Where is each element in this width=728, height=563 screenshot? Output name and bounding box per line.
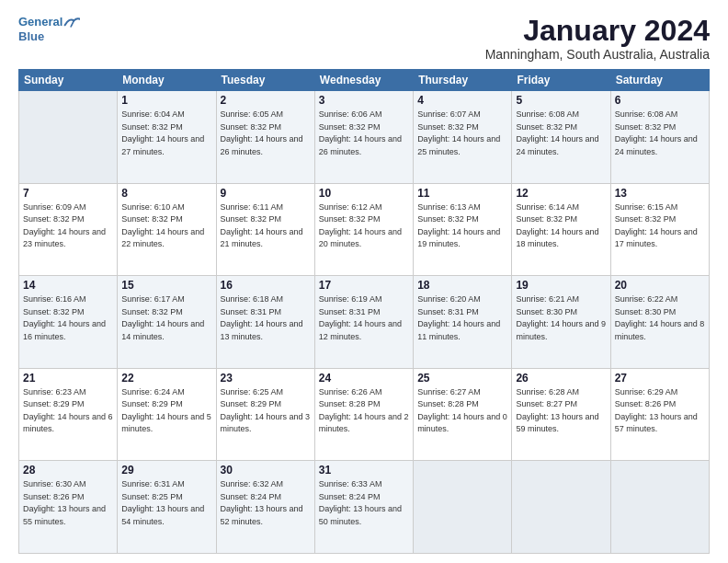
cell-info: Sunrise: 6:09 AMSunset: 8:32 PMDaylight:… <box>23 202 106 249</box>
day-number: 17 <box>319 279 409 292</box>
cell-1-7: 6 Sunrise: 6:08 AMSunset: 8:32 PMDayligh… <box>610 91 709 184</box>
day-number: 28 <box>23 464 113 477</box>
cell-3-7: 20 Sunrise: 6:22 AMSunset: 8:30 PMDaylig… <box>610 276 709 369</box>
cell-4-6: 26 Sunrise: 6:28 AMSunset: 8:27 PMDaylig… <box>512 368 610 461</box>
day-number: 9 <box>221 187 311 200</box>
day-number: 7 <box>23 187 113 200</box>
day-number: 3 <box>319 94 409 107</box>
cell-1-3: 2 Sunrise: 6:05 AMSunset: 8:32 PMDayligh… <box>216 91 314 184</box>
cell-info: Sunrise: 6:26 AMSunset: 8:28 PMDaylight:… <box>319 387 409 434</box>
cell-5-6 <box>512 461 610 554</box>
cell-info: Sunrise: 6:11 AMSunset: 8:32 PMDaylight:… <box>221 202 303 249</box>
header-wednesday: Wednesday <box>314 70 413 91</box>
cell-info: Sunrise: 6:16 AMSunset: 8:32 PMDaylight:… <box>23 294 106 341</box>
logo-text-line2: Blue <box>18 29 80 44</box>
cell-info: Sunrise: 6:20 AMSunset: 8:31 PMDaylight:… <box>417 294 500 341</box>
day-number: 18 <box>417 279 507 292</box>
header: General Blue January 2024 Manningham, So… <box>18 15 710 62</box>
day-number: 27 <box>615 372 705 385</box>
cell-5-5 <box>414 461 512 554</box>
day-number: 23 <box>221 372 311 385</box>
page: General Blue January 2024 Manningham, So… <box>0 0 728 563</box>
cell-info: Sunrise: 6:30 AMSunset: 8:26 PMDaylight:… <box>23 479 106 526</box>
cell-info: Sunrise: 6:24 AMSunset: 8:29 PMDaylight:… <box>121 387 211 434</box>
cell-info: Sunrise: 6:19 AMSunset: 8:31 PMDaylight:… <box>319 294 402 341</box>
cell-info: Sunrise: 6:22 AMSunset: 8:30 PMDaylight:… <box>615 294 705 341</box>
cell-2-7: 13 Sunrise: 6:15 AMSunset: 8:32 PMDaylig… <box>610 183 709 276</box>
cell-4-2: 22 Sunrise: 6:24 AMSunset: 8:29 PMDaylig… <box>118 368 216 461</box>
cell-info: Sunrise: 6:08 AMSunset: 8:32 PMDaylight:… <box>516 109 598 156</box>
day-number: 5 <box>516 94 606 107</box>
calendar-table: Sunday Monday Tuesday Wednesday Thursday… <box>18 69 710 554</box>
cell-5-3: 30 Sunrise: 6:32 AMSunset: 8:24 PMDaylig… <box>216 461 314 554</box>
cell-4-4: 24 Sunrise: 6:26 AMSunset: 8:28 PMDaylig… <box>314 368 413 461</box>
cell-info: Sunrise: 6:18 AMSunset: 8:31 PMDaylight:… <box>221 294 303 341</box>
cell-1-2: 1 Sunrise: 6:04 AMSunset: 8:32 PMDayligh… <box>118 91 216 184</box>
cell-4-3: 23 Sunrise: 6:25 AMSunset: 8:29 PMDaylig… <box>216 368 314 461</box>
cell-info: Sunrise: 6:21 AMSunset: 8:30 PMDaylight:… <box>516 294 606 341</box>
week-row-5: 28 Sunrise: 6:30 AMSunset: 8:26 PMDaylig… <box>19 461 710 554</box>
cell-info: Sunrise: 6:07 AMSunset: 8:32 PMDaylight:… <box>417 109 500 156</box>
cell-info: Sunrise: 6:15 AMSunset: 8:32 PMDaylight:… <box>615 202 698 249</box>
cell-info: Sunrise: 6:29 AMSunset: 8:26 PMDaylight:… <box>615 387 698 434</box>
cell-info: Sunrise: 6:31 AMSunset: 8:25 PMDaylight:… <box>121 479 204 526</box>
cell-info: Sunrise: 6:28 AMSunset: 8:27 PMDaylight:… <box>516 387 598 434</box>
day-number: 10 <box>319 187 409 200</box>
cell-info: Sunrise: 6:27 AMSunset: 8:28 PMDaylight:… <box>417 387 507 434</box>
week-row-4: 21 Sunrise: 6:23 AMSunset: 8:29 PMDaylig… <box>19 368 710 461</box>
cell-info: Sunrise: 6:06 AMSunset: 8:32 PMDaylight:… <box>319 109 402 156</box>
cell-info: Sunrise: 6:04 AMSunset: 8:32 PMDaylight:… <box>121 109 204 156</box>
day-number: 24 <box>319 372 409 385</box>
header-tuesday: Tuesday <box>216 70 314 91</box>
cell-info: Sunrise: 6:23 AMSunset: 8:29 PMDaylight:… <box>23 387 113 434</box>
header-monday: Monday <box>118 70 216 91</box>
cell-info: Sunrise: 6:12 AMSunset: 8:32 PMDaylight:… <box>319 202 402 249</box>
day-number: 14 <box>23 279 113 292</box>
day-number: 12 <box>516 187 606 200</box>
logo-text-line1: General <box>18 15 63 29</box>
week-row-3: 14 Sunrise: 6:16 AMSunset: 8:32 PMDaylig… <box>19 276 710 369</box>
day-number: 11 <box>417 187 507 200</box>
cell-info: Sunrise: 6:13 AMSunset: 8:32 PMDaylight:… <box>417 202 500 249</box>
cell-4-1: 21 Sunrise: 6:23 AMSunset: 8:29 PMDaylig… <box>19 368 118 461</box>
cell-2-5: 11 Sunrise: 6:13 AMSunset: 8:32 PMDaylig… <box>414 183 512 276</box>
header-row: Sunday Monday Tuesday Wednesday Thursday… <box>19 70 710 91</box>
cell-5-7 <box>610 461 709 554</box>
day-number: 20 <box>615 279 705 292</box>
cell-info: Sunrise: 6:32 AMSunset: 8:24 PMDaylight:… <box>221 479 303 526</box>
cell-info: Sunrise: 6:10 AMSunset: 8:32 PMDaylight:… <box>121 202 204 249</box>
title-block: January 2024 Manningham, South Australia… <box>485 15 710 62</box>
logo-bird-icon <box>63 16 80 29</box>
header-thursday: Thursday <box>414 70 512 91</box>
cell-3-3: 16 Sunrise: 6:18 AMSunset: 8:31 PMDaylig… <box>216 276 314 369</box>
day-number: 19 <box>516 279 606 292</box>
day-number: 26 <box>516 372 606 385</box>
cell-info: Sunrise: 6:25 AMSunset: 8:29 PMDaylight:… <box>221 387 311 434</box>
logo: General Blue <box>18 15 80 43</box>
cell-3-5: 18 Sunrise: 6:20 AMSunset: 8:31 PMDaylig… <box>414 276 512 369</box>
day-number: 16 <box>221 279 311 292</box>
header-saturday: Saturday <box>610 70 709 91</box>
cell-3-2: 15 Sunrise: 6:17 AMSunset: 8:32 PMDaylig… <box>118 276 216 369</box>
day-number: 15 <box>121 279 211 292</box>
cell-1-5: 4 Sunrise: 6:07 AMSunset: 8:32 PMDayligh… <box>414 91 512 184</box>
day-number: 21 <box>23 372 113 385</box>
cell-3-6: 19 Sunrise: 6:21 AMSunset: 8:30 PMDaylig… <box>512 276 610 369</box>
day-number: 6 <box>615 94 705 107</box>
calendar-subtitle: Manningham, South Australia, Australia <box>485 47 710 62</box>
day-number: 29 <box>121 464 211 477</box>
cell-info: Sunrise: 6:05 AMSunset: 8:32 PMDaylight:… <box>221 109 303 156</box>
header-sunday: Sunday <box>19 70 118 91</box>
cell-info: Sunrise: 6:08 AMSunset: 8:32 PMDaylight:… <box>615 109 698 156</box>
week-row-1: 1 Sunrise: 6:04 AMSunset: 8:32 PMDayligh… <box>19 91 710 184</box>
day-number: 31 <box>319 464 409 477</box>
cell-1-6: 5 Sunrise: 6:08 AMSunset: 8:32 PMDayligh… <box>512 91 610 184</box>
cell-info: Sunrise: 6:14 AMSunset: 8:32 PMDaylight:… <box>516 202 598 249</box>
cell-4-7: 27 Sunrise: 6:29 AMSunset: 8:26 PMDaylig… <box>610 368 709 461</box>
day-number: 25 <box>417 372 507 385</box>
cell-4-5: 25 Sunrise: 6:27 AMSunset: 8:28 PMDaylig… <box>414 368 512 461</box>
cell-2-6: 12 Sunrise: 6:14 AMSunset: 8:32 PMDaylig… <box>512 183 610 276</box>
calendar-title: January 2024 <box>485 15 710 47</box>
cell-5-1: 28 Sunrise: 6:30 AMSunset: 8:26 PMDaylig… <box>19 461 118 554</box>
cell-3-4: 17 Sunrise: 6:19 AMSunset: 8:31 PMDaylig… <box>314 276 413 369</box>
